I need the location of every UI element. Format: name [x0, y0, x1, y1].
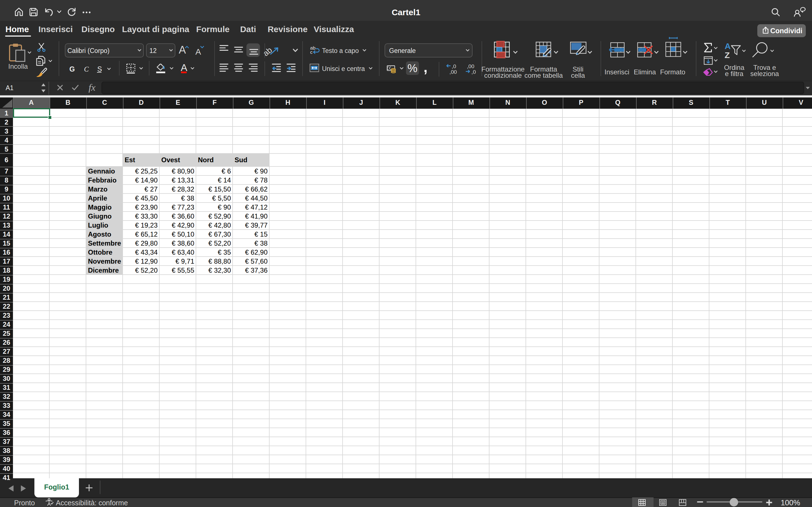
svg-text:,00: ,00: [449, 69, 457, 75]
svg-text:A: A: [725, 41, 731, 51]
svg-text:,0: ,0: [452, 63, 456, 69]
svg-text:c: c: [310, 50, 313, 55]
svg-text:Z: Z: [725, 50, 730, 60]
